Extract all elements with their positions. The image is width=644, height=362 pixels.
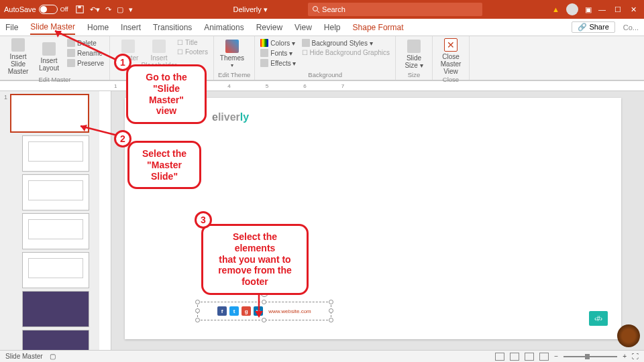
warning-icon[interactable]: ▲ [552,5,559,13]
svg-line-4 [55,31,117,60]
layout-thumb[interactable] [22,330,89,350]
tab-animations[interactable]: Animations [204,23,244,32]
group-label: Edit Theme [218,71,250,78]
slide-size-button[interactable]: Slide Size ▾ [400,38,428,70]
watermark-logo [617,324,640,347]
resize-handle[interactable] [195,318,200,322]
master-icon [121,40,135,53]
footers-checkbox[interactable]: ☐ Footers [176,48,209,56]
step-3-badge: 3 [195,211,212,229]
slide-logo: eliverly [212,111,249,123]
resize-handle[interactable] [329,308,333,313]
insert-slide-master-button[interactable]: Insert Slide Master [4,38,32,75]
share-button[interactable]: 🔗 Share [572,21,614,33]
themes-icon [225,40,239,53]
redo-icon[interactable]: ↷ [105,5,111,14]
effects-button[interactable]: Effects ▾ [259,58,297,68]
zoom-in-button[interactable]: + [623,353,627,360]
placeholder-icon [152,40,166,53]
ribbon-options-icon[interactable]: ▣ [585,5,592,14]
canvas-area: eliverly f t g in www.website.com ‹#› [99,91,644,350]
close-button[interactable]: ✕ [631,5,640,14]
tab-insert[interactable]: Insert [121,23,141,32]
layout-thumb[interactable] [22,252,89,288]
effects-icon [260,59,268,67]
themes-button[interactable]: Themes▾ [218,38,246,70]
close-master-view-button[interactable]: ✕Close Master View [437,38,465,75]
slideshow-view-button[interactable] [539,353,549,361]
callout-3: Select the elements that you want to rem… [201,224,309,295]
label: Footers [185,48,208,56]
google-plus-icon: g [241,306,251,316]
minimize-button[interactable]: — [598,5,608,13]
tab-review[interactable]: Review [256,23,282,32]
search-input[interactable] [322,5,478,13]
title-bar: AutoSave Off ↶▾ ↷ ▢ ▾ Deliverly ▾ ▲ ▣ — … [0,0,644,19]
colors-button[interactable]: Colors ▾ [259,38,297,48]
title-checkbox[interactable]: ☐ Title [176,38,209,47]
bg-styles-icon [302,39,310,47]
label: Effects ▾ [270,60,296,67]
quick-access-toolbar: ↶▾ ↷ ▢ ▾ [75,5,133,14]
accessibility-icon[interactable]: ▢ [50,353,56,360]
normal-view-button[interactable] [495,353,504,361]
tab-file[interactable]: File [5,23,18,32]
toggle-switch[interactable] [39,5,58,14]
sorter-view-button[interactable] [510,353,519,361]
callout-1: Go to the "Slide Master" view [126,64,207,124]
label: Themes [220,54,244,62]
autosave-toggle[interactable]: AutoSave Off [4,5,68,14]
search-box[interactable] [308,3,482,16]
view-mode-label: Slide Master [5,353,43,360]
zoom-out-button[interactable]: − [554,353,558,360]
maximize-button[interactable]: ☐ [614,5,624,14]
group-size: Slide Size ▾ Size [396,36,433,80]
size-icon [407,40,421,53]
undo-icon[interactable]: ↶▾ [90,5,100,14]
hide-bg-checkbox[interactable]: ☐ Hide Background Graphics [301,48,392,57]
label: Insert Slide Master [4,53,32,75]
tab-shape-format[interactable]: Shape Format [353,23,404,32]
layout-thumb[interactable] [22,135,89,172]
slideshow-icon[interactable]: ▢ [117,5,123,14]
arrow-1 [47,27,121,67]
group-label: Size [400,71,428,78]
resize-handle[interactable] [329,318,333,322]
layout-thumb[interactable] [22,291,89,327]
fit-button[interactable]: ⛶ [632,353,639,360]
comments-button[interactable]: Co... [623,23,639,32]
resize-handle[interactable] [195,300,200,304]
logo-part: ly [240,111,249,123]
qat-dropdown-icon[interactable]: ▾ [129,5,133,14]
tab-help[interactable]: Help [324,23,341,32]
zoom-slider[interactable] [564,356,617,357]
tab-transitions[interactable]: Transitions [153,23,192,32]
save-icon[interactable] [75,5,85,14]
slide-number-badge: ‹#› [589,311,608,326]
bg-styles-button[interactable]: Background Styles ▾ [301,38,392,48]
slide-canvas[interactable]: eliverly f t g in www.website.com ‹#› [111,91,644,350]
autosave-label: AutoSave [4,5,36,13]
facebook-icon: f [217,306,227,316]
account-icon[interactable] [566,3,578,15]
fonts-button[interactable]: Fonts ▾ [259,48,297,58]
group-close: ✕Close Master View Close [433,36,470,80]
layout-thumb[interactable] [22,174,89,210]
group-label: Edit Master [4,76,105,83]
resize-handle[interactable] [195,308,200,313]
label: Close Master View [437,53,465,75]
svg-line-3 [317,11,319,13]
label: Slide Size ▾ [405,54,423,69]
layout-thumb[interactable] [22,213,89,249]
callout-2: Select the "Master Slide" [127,141,201,189]
colors-icon [260,39,268,47]
resize-handle[interactable] [329,300,333,304]
group-label: Close [437,76,465,83]
reading-view-button[interactable] [525,353,534,361]
slide-master-icon [11,38,25,52]
logo-part: liver [218,111,240,123]
tab-view[interactable]: View [294,23,312,32]
document-title[interactable]: Deliverly ▾ [233,5,268,14]
step-2-badge: 2 [114,130,131,147]
status-bar: Slide Master ▢ − + ⛶ [0,350,644,362]
